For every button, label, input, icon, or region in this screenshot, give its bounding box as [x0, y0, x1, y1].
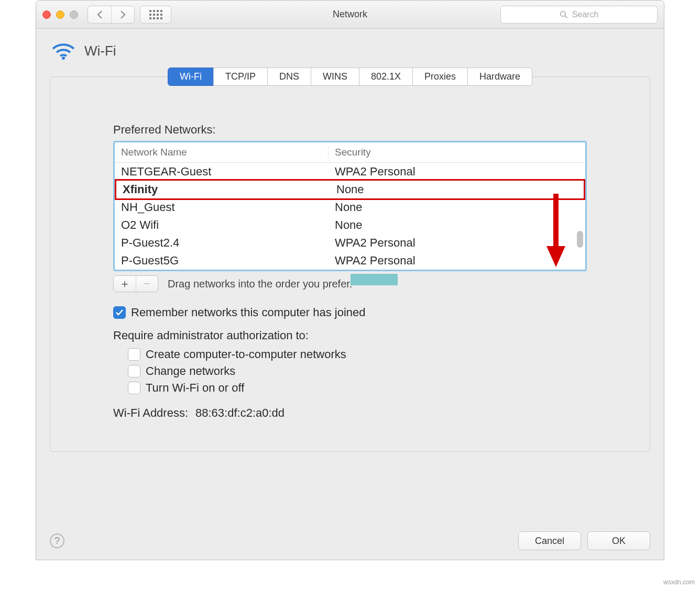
- chevron-right-icon: [120, 10, 126, 19]
- minimize-window-button[interactable]: [56, 10, 64, 19]
- tab-8021x[interactable]: 802.1X: [359, 68, 413, 86]
- zoom-window-button[interactable]: [70, 10, 78, 19]
- tab-wifi[interactable]: Wi-Fi: [168, 68, 214, 86]
- require-auth-list: Create computer-to-computer networksChan…: [128, 348, 587, 395]
- cell-security: WPA2 Personal: [329, 234, 585, 252]
- cell-network-name: P-Guest2.4: [115, 234, 329, 252]
- require-item[interactable]: Turn Wi-Fi on or off: [128, 381, 587, 395]
- table-actions: ＋ − Drag networks into the order you pre…: [113, 275, 587, 292]
- table-row[interactable]: P-Guest2.4WPA2 Personal: [115, 234, 585, 252]
- wifi-address-label: Wi-Fi Address:: [113, 406, 188, 420]
- wifi-address-row: Wi-Fi Address: 88:63:df:c2:a0:dd: [113, 406, 587, 420]
- table-row[interactable]: O2 WifiNone: [115, 216, 585, 234]
- wifi-address-value: 88:63:df:c2:a0:dd: [195, 406, 285, 420]
- require-auth-label: Require administrator authorization to:: [113, 329, 587, 342]
- sheet-title: Wi-Fi: [84, 43, 116, 59]
- require-item[interactable]: Change networks: [128, 364, 587, 378]
- svg-line-1: [565, 16, 567, 18]
- cell-network-name: NETGEAR-Guest: [115, 163, 329, 181]
- cell-network-name: NH_Guest: [115, 198, 329, 216]
- tab-proxies[interactable]: Proxies: [412, 68, 468, 86]
- search-placeholder: Search: [572, 10, 599, 19]
- add-remove-stepper: ＋ −: [113, 275, 158, 292]
- cancel-button[interactable]: Cancel: [518, 531, 581, 550]
- cell-security: WPA2 Personal: [329, 163, 585, 181]
- require-item-label: Turn Wi-Fi on or off: [146, 381, 244, 395]
- tab-dns[interactable]: DNS: [267, 68, 311, 86]
- wifi-panel: Preferred Networks: Network Name Securit…: [50, 76, 650, 452]
- grid-icon: [149, 10, 162, 19]
- require-item-label: Create computer-to-computer networks: [146, 348, 346, 361]
- require-item-label: Change networks: [146, 364, 235, 378]
- table-row[interactable]: NETGEAR-GuestWPA2 Personal: [115, 163, 585, 181]
- cell-network-name: P-Guest5G: [115, 252, 329, 270]
- remember-row[interactable]: Remember networks this computer has join…: [113, 306, 587, 319]
- image-credit: wsxdn.com: [663, 579, 695, 586]
- cell-security: None: [329, 198, 585, 216]
- search-icon: [560, 10, 568, 19]
- titlebar: Network Search: [36, 1, 664, 29]
- preferred-networks-table[interactable]: Network Name Security NETGEAR-GuestWPA2 …: [113, 141, 587, 271]
- tab-bar: Wi-FiTCP/IPDNSWINS802.1XProxiesHardware: [51, 68, 649, 86]
- cell-network-name: O2 Wifi: [115, 216, 329, 234]
- close-window-button[interactable]: [42, 10, 51, 19]
- traffic-lights: [42, 10, 78, 19]
- sheet-header: Wi-Fi: [36, 29, 664, 68]
- require-checkbox[interactable]: [128, 348, 140, 361]
- column-network-name[interactable]: Network Name: [115, 146, 329, 159]
- forward-button[interactable]: [111, 6, 134, 23]
- network-preferences-window: Network Search Wi-Fi Wi-FiTCP/IPDNSWINS8…: [36, 0, 664, 560]
- ok-button[interactable]: OK: [587, 531, 650, 550]
- help-button[interactable]: ?: [50, 534, 64, 548]
- cell-security: WPA2 Personal: [329, 252, 585, 270]
- table-body: NETGEAR-GuestWPA2 PersonalXfinityNoneNH_…: [115, 163, 585, 270]
- svg-point-2: [62, 57, 65, 60]
- checkmark-icon: [115, 308, 124, 317]
- tab-wins[interactable]: WINS: [311, 68, 359, 86]
- remember-label: Remember networks this computer has join…: [131, 306, 366, 319]
- require-item[interactable]: Create computer-to-computer networks: [128, 348, 587, 361]
- drag-hint: Drag networks into the order you prefer.: [168, 278, 352, 290]
- add-network-button[interactable]: ＋: [114, 276, 136, 292]
- column-security[interactable]: Security: [329, 146, 585, 159]
- cell-security: None: [330, 181, 584, 198]
- table-row[interactable]: P-Guest5GWPA2 Personal: [115, 252, 585, 270]
- cell-security: None: [329, 216, 585, 234]
- remember-checkbox[interactable]: [113, 306, 126, 319]
- cell-network-name: Xfinity: [116, 181, 330, 198]
- remove-network-button[interactable]: −: [136, 276, 158, 292]
- table-row[interactable]: XfinityNone: [115, 179, 585, 200]
- tab-tcpip[interactable]: TCP/IP: [213, 68, 268, 86]
- show-all-button[interactable]: [140, 6, 171, 24]
- require-checkbox[interactable]: [128, 382, 140, 394]
- search-field[interactable]: Search: [500, 6, 658, 24]
- tab-hardware[interactable]: Hardware: [467, 68, 532, 86]
- chevron-left-icon: [96, 10, 103, 19]
- nav-back-forward: [88, 6, 135, 24]
- scrollbar-thumb[interactable]: [577, 231, 583, 248]
- require-checkbox[interactable]: [128, 365, 140, 377]
- table-row[interactable]: NH_GuestNone: [115, 198, 585, 216]
- wifi-icon: [52, 41, 75, 60]
- preferred-networks-label: Preferred Networks:: [113, 123, 587, 137]
- table-header: Network Name Security: [115, 142, 585, 163]
- back-button[interactable]: [88, 6, 111, 23]
- svg-point-0: [560, 11, 565, 16]
- dialog-footer: ? Cancel OK: [36, 524, 664, 560]
- scrollbar[interactable]: [576, 162, 584, 269]
